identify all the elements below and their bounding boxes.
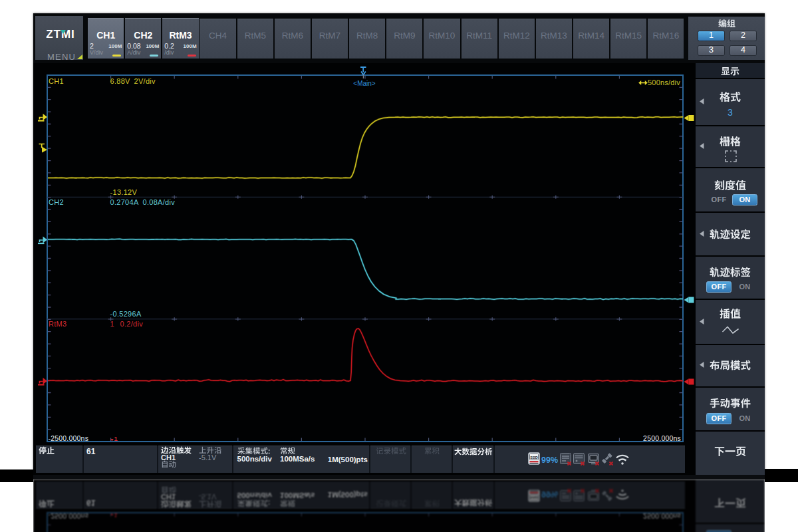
svg-text:SSD: SSD [530, 495, 537, 499]
svg-text:SSD: SSD [530, 456, 537, 460]
